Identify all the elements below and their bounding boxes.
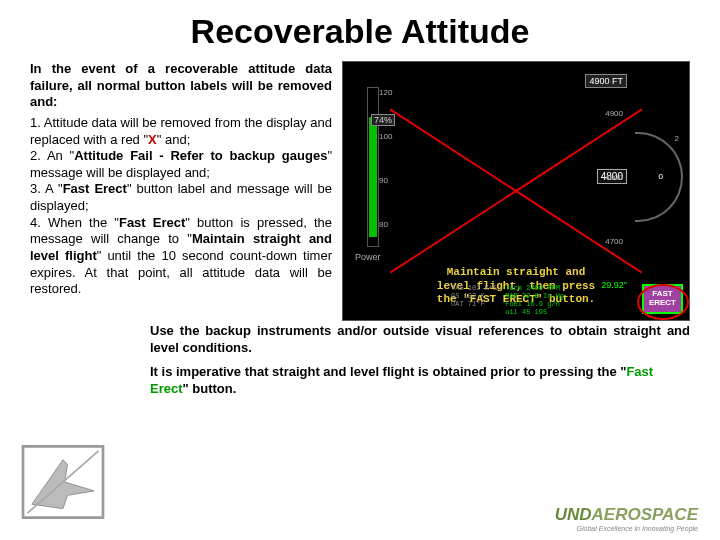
- logo-aero: AEROSPACE: [592, 505, 698, 524]
- fast-erect-text2: Fast Erect: [119, 215, 185, 230]
- eng-right: Tach 2400 RPM MAP 32.0 In-Hg Fuel 16.9 g…: [505, 284, 564, 316]
- engine-data: TAS 102 K+5 GS 102 K OAT 71°F Tach 2400 …: [451, 284, 581, 316]
- fast-erect-text: Fast Erect: [63, 181, 127, 196]
- pfd-display: 74% Power 120 100 90 80 4900 FT 4800 490…: [342, 61, 690, 321]
- page-title: Recoverable Attitude: [30, 12, 690, 51]
- vsi-zero: 0: [659, 172, 663, 181]
- footer-note-1: Use the backup instruments and/or outsid…: [30, 323, 690, 356]
- und-aerospace-logo: UNDAEROSPACE Global Excellence in Innova…: [555, 505, 698, 532]
- t: 4. When the ": [30, 215, 119, 230]
- eng-left: TAS 102 K+5 GS 102 K OAT 71°F: [451, 284, 497, 316]
- list-item-1: 1. Attitude data will be removed from th…: [30, 115, 332, 148]
- attitude-fail-text: Attitude Fail - Refer to backup gauges: [74, 148, 327, 163]
- t: 2. An ": [30, 148, 74, 163]
- alt-selected: 4900 FT: [585, 74, 627, 88]
- power-label: Power: [355, 252, 381, 262]
- t: 3. A ": [30, 181, 63, 196]
- logo-tagline: Global Excellence in Innovating People: [555, 525, 698, 532]
- list-item-2: 2. An "Attitude Fail - Refer to backup g…: [30, 148, 332, 181]
- footer-note-2: It is imperative that straight and level…: [30, 364, 690, 397]
- t: " and;: [157, 132, 191, 147]
- logo-und: UND: [555, 505, 592, 524]
- highlight-ring: [637, 284, 689, 320]
- alt-ticks: 4900 4800 4700: [605, 98, 623, 258]
- power-ticks: 120 100 90 80: [379, 82, 392, 236]
- intro-text: In the event of a recoverable attitude d…: [30, 61, 332, 111]
- text-column: In the event of a recoverable attitude d…: [30, 61, 332, 321]
- pfd-column: 74% Power 120 100 90 80 4900 FT 4800 490…: [342, 61, 690, 321]
- t: " button.: [183, 381, 237, 396]
- list-item-4: 4. When the "Fast Erect" button is press…: [30, 215, 332, 298]
- vsi-tick: 2: [675, 134, 679, 143]
- t: It is imperative that straight and level…: [150, 364, 626, 379]
- aircraft-logo: [18, 442, 108, 522]
- altitude-tape: 4900 FT 4800 4900 4800 4700: [583, 74, 627, 274]
- power-bar: [369, 117, 377, 237]
- list-item-3: 3. A "Fast Erect" button label and messa…: [30, 181, 332, 214]
- red-x-text: X: [148, 132, 157, 147]
- content-row: In the event of a recoverable attitude d…: [30, 61, 690, 321]
- instr-line: Maintain straight and: [343, 266, 689, 279]
